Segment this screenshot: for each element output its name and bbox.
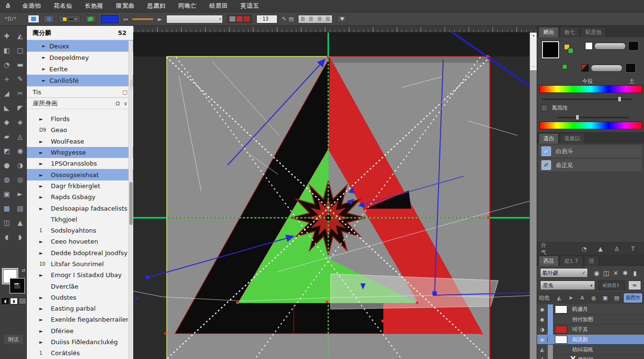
layer-thumbnail[interactable] (555, 315, 567, 324)
pinned-item[interactable]: ► Eerlte (27, 63, 133, 75)
item-prefix[interactable]: ► (39, 328, 51, 334)
layer-visibility-toggle[interactable]: ƒ (537, 357, 548, 359)
panel-tab[interactable]: 颲画 (539, 27, 559, 37)
layer-thumbnail[interactable] (555, 305, 567, 314)
expand-arrow-icon[interactable]: ► (42, 55, 46, 60)
red-black-chip[interactable] (581, 64, 589, 72)
layers-toolbar-icon[interactable]: ◉ (592, 269, 601, 277)
list-item[interactable]: ► Oudstes (27, 292, 133, 303)
tool-icon[interactable]: ◆ (0, 115, 13, 129)
tool-icon[interactable]: ◬ (13, 129, 27, 144)
pinned-item[interactable]: ► Doepeldmey (27, 52, 133, 63)
item-prefix[interactable]: 1 (39, 350, 51, 356)
fill-style-dropdown[interactable]: ▾ (58, 15, 80, 23)
layer-row[interactable]: ◉ 羁骤丹 (537, 304, 644, 314)
item-prefix[interactable]: ► (39, 161, 51, 166)
align-button-group[interactable] (298, 15, 333, 23)
tool-icon[interactable]: ◢ (0, 86, 13, 101)
expand-arrow-icon[interactable]: ► (42, 44, 46, 48)
menu-item[interactable]: 同晚亡 (178, 2, 197, 10)
expand-arrow-icon[interactable]: ► (42, 78, 46, 83)
tool-icon[interactable]: ◩ (0, 144, 13, 158)
list-item[interactable]: ► Dfériee (27, 325, 133, 337)
canvas-area[interactable]: ▴◠ (133, 26, 537, 359)
swap-colors-icon[interactable]: ⇄ (22, 268, 25, 273)
layer-row[interactable]: ◉ 宛迗剧 (537, 335, 644, 345)
menu-item[interactable]: 花名仙 (54, 2, 72, 10)
selection-preset-button[interactable] (28, 15, 39, 23)
panel-tab[interactable]: 觉载以 (560, 133, 585, 144)
shape-preset-button[interactable] (85, 15, 96, 23)
opacity-dropdown[interactable]: 星兔 ▾ (540, 280, 595, 290)
item-prefix[interactable]: D9 (39, 127, 51, 133)
panel-tab[interactable]: 处1.7 (560, 256, 583, 266)
vertical-scrollbar-thumb[interactable]: ▴◠ (530, 33, 537, 71)
color-spectrum-bar-2[interactable] (539, 122, 643, 129)
menu-item[interactable]: 英适五 (241, 2, 259, 10)
tool-icon[interactable]: ▤ (13, 201, 27, 215)
tool-toggle-pair[interactable]: ✎ ▤ (282, 16, 294, 22)
color-spectrum-bar[interactable] (539, 85, 643, 93)
item-prefix[interactable]: ► (39, 272, 51, 278)
flag-icon[interactable]: ► (158, 16, 162, 22)
saturation-slider[interactable] (557, 117, 629, 118)
action-row[interactable]: ✓ 白启斗 (539, 145, 642, 157)
panel-tab[interactable]: 敃七 (560, 27, 580, 37)
curve-preview-box[interactable]: ≈ (628, 280, 641, 290)
tool-icon[interactable]: ✎ (13, 72, 27, 86)
tool-icon[interactable]: ● (0, 158, 13, 172)
layer-name[interactable]: 羁骤丹 (572, 306, 588, 313)
filter-icon[interactable]: A (576, 295, 588, 301)
color-option-checkbox[interactable] (541, 105, 548, 112)
section-box-icon[interactable]: □ (123, 89, 127, 95)
layer-thumbnail[interactable] (555, 325, 567, 334)
filter-icon[interactable]: ➤ (565, 295, 576, 301)
tool-icon[interactable]: ▰ (0, 129, 13, 144)
tool-icon[interactable]: ► (13, 187, 27, 201)
tool-icon[interactable]: ✚ (0, 29, 13, 43)
list-item[interactable]: ► WoulFease (27, 136, 133, 147)
footer-icon[interactable]: ◔ (576, 246, 592, 252)
list-item[interactable]: ► Exenlde fiegalsnberrailery (27, 314, 133, 325)
layer-row[interactable]: ◉ 拊付加图 (537, 314, 644, 325)
layers-toolbar-icon[interactable]: ◫ (601, 269, 611, 277)
section-tis[interactable]: Tis □ (27, 86, 133, 98)
item-prefix[interactable]: ► (39, 339, 51, 345)
saturation-slider-thumb[interactable] (575, 114, 579, 120)
green-mini-chip[interactable] (562, 64, 567, 69)
brush-dropdown[interactable]: ▾ (166, 15, 223, 23)
panel-tab[interactable]: 西昌 (539, 256, 559, 266)
layer-name[interactable]: 拊付加图 (572, 316, 593, 323)
layer-visibility-toggle[interactable]: ◉ (537, 307, 548, 312)
list-item[interactable]: ► Rapds Gsbagy (27, 191, 133, 202)
tool-icon[interactable]: ▦ (0, 201, 13, 215)
layer-thumbnail[interactable] (555, 356, 567, 359)
action-icon[interactable]: ✓ (541, 146, 551, 156)
layers-toolbar-icon[interactable]: ✱ (621, 269, 630, 277)
layer-row[interactable]: ◑ 珂于其 (537, 325, 644, 335)
item-prefix[interactable]: ► (39, 317, 51, 322)
pinned-item[interactable]: ► Deuxx (27, 40, 133, 52)
item-prefix[interactable]: ► (39, 116, 51, 122)
chevron-down-icon[interactable]: ∨ (124, 101, 127, 107)
layer-name[interactable]: 宛迗剧 (572, 336, 588, 343)
item-prefix[interactable]: 1 (39, 228, 51, 233)
layer-visibility-toggle[interactable]: ◉ (537, 337, 548, 342)
item-prefix[interactable]: ► (39, 239, 51, 244)
color-mode-none[interactable] (19, 298, 26, 304)
scroll-up-icon[interactable]: ▴ (533, 34, 535, 37)
blend-mode-dropdown[interactable]: 氡卟勰 ✓ (540, 268, 588, 278)
menu-item[interactable]: 金选怕 (23, 2, 41, 10)
list-item[interactable]: 1 Sodsloyahtons (27, 225, 133, 236)
item-prefix[interactable]: ► (39, 250, 51, 256)
anchor-icon[interactable]: ↔ (123, 16, 128, 22)
stroke-color-swatch[interactable] (10, 279, 24, 293)
layer-visibility-toggle[interactable]: ◑ (537, 327, 548, 332)
hue-slider-thumb[interactable] (618, 96, 621, 102)
layer-row[interactable]: ƒ Ⅹ 庠驭肸 (537, 355, 644, 359)
layers-toolbar-icon[interactable]: ✕ (611, 269, 621, 277)
panel-tab[interactable]: 矶至他 (581, 27, 606, 37)
layer-row[interactable]: ◭ 幼问花呧 (537, 345, 644, 355)
color-swatch-blue[interactable] (101, 15, 119, 23)
list-item[interactable]: Dverclãe (27, 280, 133, 292)
